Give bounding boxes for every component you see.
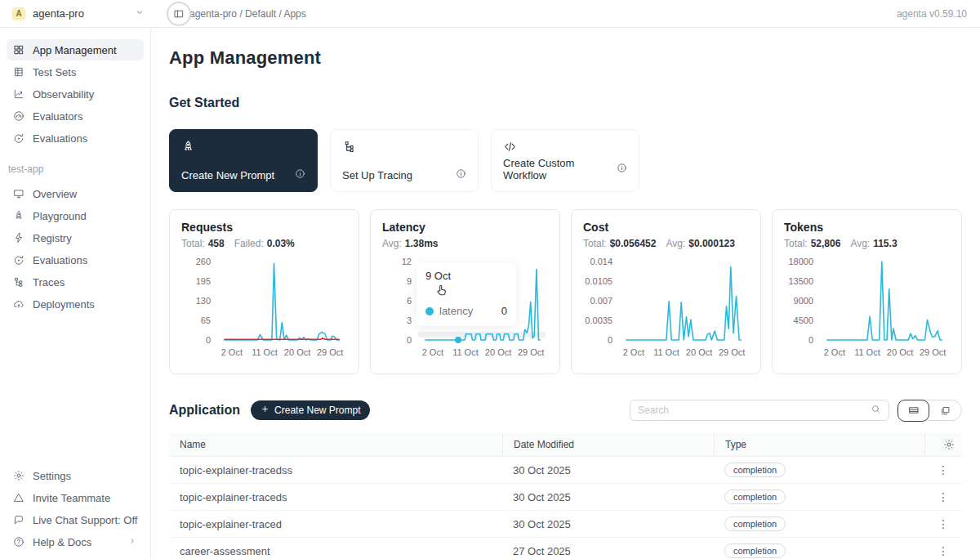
table-view-button[interactable] bbox=[898, 400, 929, 422]
chart-card-cost: CostTotal:$0.056452Avg:$0.00012300.00350… bbox=[571, 209, 761, 374]
chevron-right-icon bbox=[127, 536, 137, 546]
table-row[interactable]: topic-explainer-traced30 Oct 2025complet… bbox=[169, 511, 962, 538]
sidebar-spacer bbox=[7, 315, 144, 465]
sidebar-bottom-nav: SettingsInvite TeammateLive Chat Support… bbox=[7, 465, 144, 552]
chart-title: Tokens bbox=[784, 221, 950, 234]
column-header-type[interactable]: Type bbox=[714, 433, 924, 456]
lightning-icon bbox=[13, 232, 24, 244]
info-icon[interactable] bbox=[617, 163, 627, 176]
chart-stats: Total:52,806Avg:115.3 bbox=[784, 238, 950, 249]
sidebar-item-playground[interactable]: Playground bbox=[7, 205, 144, 226]
sidebar-item-traces[interactable]: Traces bbox=[7, 271, 144, 293]
table-row[interactable]: career-assessment27 Oct 2025completion⋮ bbox=[169, 538, 962, 559]
sidebar-item-registry[interactable]: Registry bbox=[7, 227, 144, 248]
sidebar-item-settings[interactable]: Settings bbox=[7, 465, 144, 486]
get-started-card-label: Set Up Tracing bbox=[342, 169, 412, 181]
test-sets-icon bbox=[13, 66, 24, 78]
chart-stats: Total:$0.056452Avg:$0.000123 bbox=[583, 238, 749, 249]
svg-text:9: 9 bbox=[407, 276, 412, 286]
sidebar-item-overview[interactable]: Overview bbox=[7, 183, 144, 204]
code-icon bbox=[503, 140, 517, 154]
get-started-card-create-new-prompt[interactable]: Create New Prompt bbox=[169, 129, 318, 192]
svg-text:4500: 4500 bbox=[794, 315, 813, 325]
row-menu-button[interactable]: ⋮ bbox=[924, 517, 962, 530]
sidebar-item-test-sets[interactable]: Test Sets bbox=[7, 61, 144, 83]
plus-icon bbox=[261, 405, 270, 416]
info-icon bbox=[295, 168, 305, 179]
table-settings-button[interactable] bbox=[924, 433, 962, 456]
sidebar-toggle-button[interactable] bbox=[170, 5, 188, 23]
sidebar-item-evaluators[interactable]: Evaluators bbox=[7, 105, 144, 127]
tracing-icon bbox=[342, 140, 356, 154]
sidebar-item-live-chat-support-off[interactable]: Live Chat Support: Off bbox=[7, 509, 144, 530]
chart-stat: Avg:115.3 bbox=[850, 238, 897, 249]
type-cell: completion bbox=[714, 490, 924, 504]
sidebar-item-label: Deployments bbox=[33, 298, 95, 311]
type-cell: completion bbox=[714, 517, 924, 531]
chart-card-requests: RequestsTotal:458Failed:0.03%06513019526… bbox=[169, 209, 359, 374]
column-header-name[interactable]: Name bbox=[169, 433, 502, 456]
cursor-hand-icon bbox=[434, 283, 449, 302]
sidebar-item-label: Invite Teammate bbox=[33, 492, 110, 504]
workspace-switcher[interactable]: A agenta-pro bbox=[12, 7, 145, 21]
create-new-prompt-button[interactable]: Create New Prompt bbox=[251, 400, 370, 420]
svg-text:260: 260 bbox=[196, 257, 211, 266]
svg-text:20 Oct: 20 Oct bbox=[485, 347, 511, 357]
svg-text:13500: 13500 bbox=[788, 276, 813, 286]
sidebar-item-evaluations[interactable]: Evaluations bbox=[7, 249, 144, 271]
search-box bbox=[630, 400, 889, 421]
sidebar-item-deployments[interactable]: Deployments bbox=[7, 293, 144, 315]
svg-text:20 Oct: 20 Oct bbox=[887, 347, 913, 357]
row-menu-button[interactable]: ⋮ bbox=[924, 490, 962, 503]
chevron-down-icon bbox=[134, 7, 145, 21]
sidebar-item-label: App Management bbox=[33, 44, 117, 56]
svg-text:11 Oct: 11 Oct bbox=[854, 347, 880, 357]
info-icon bbox=[456, 168, 466, 179]
get-started-card-create-custom-workflow[interactable]: Create Custom Workflow bbox=[491, 129, 639, 192]
series-dot bbox=[425, 307, 434, 315]
plus-icon bbox=[261, 405, 270, 414]
sidebar-item-observability[interactable]: Observability bbox=[7, 83, 144, 105]
sidebar-item-help-docs[interactable]: Help & Docs bbox=[7, 531, 144, 552]
sidebar-item-invite-teammate[interactable]: Invite Teammate bbox=[7, 487, 144, 508]
row-menu-button[interactable]: ⋮ bbox=[924, 463, 962, 476]
rocket-icon bbox=[181, 140, 195, 154]
svg-text:6: 6 bbox=[407, 296, 412, 306]
view-toggle bbox=[897, 400, 962, 421]
chart-stat: Failed:0.03% bbox=[234, 238, 295, 249]
sidebar-item-evaluations[interactable]: Evaluations bbox=[7, 127, 144, 149]
search-input[interactable] bbox=[638, 405, 871, 416]
type-badge: completion bbox=[724, 517, 786, 531]
sidebar-item-label: Evaluators bbox=[33, 110, 82, 123]
table-row[interactable]: topic-explainer-tracedss30 Oct 2025compl… bbox=[169, 457, 962, 484]
sidebar-item-label: Traces bbox=[33, 276, 65, 288]
chart-plot-requests: 0651301952602 Oct11 Oct20 Oct29 Oct bbox=[181, 255, 349, 360]
gear-icon bbox=[13, 470, 24, 481]
series-name: latency bbox=[439, 305, 473, 317]
get-started-card-set-up-tracing[interactable]: Set Up Tracing bbox=[330, 129, 479, 192]
sidebar-item-label: Settings bbox=[33, 470, 71, 482]
table-row[interactable]: topic-explainer-traceds30 Oct 2025comple… bbox=[169, 484, 962, 511]
svg-text:2 Oct: 2 Oct bbox=[422, 347, 443, 357]
sidebar-main-nav: App ManagementTest SetsObservabilityEval… bbox=[7, 39, 144, 149]
chart-plot-cost: 00.00350.0070.01050.0142 Oct11 Oct20 Oct… bbox=[583, 255, 751, 360]
chart-stat: Total:458 bbox=[181, 238, 225, 249]
page-title: App Management bbox=[169, 47, 962, 69]
main-content: App Management Get Started Create New Pr… bbox=[151, 28, 980, 559]
chart-stats: Avg:1.38ms bbox=[382, 238, 548, 249]
column-header-date-modified[interactable]: Date Modified bbox=[502, 433, 714, 456]
svg-text:29 Oct: 29 Oct bbox=[518, 347, 544, 357]
sidebar-item-app-management[interactable]: App Management bbox=[7, 39, 144, 60]
row-menu-button[interactable]: ⋮ bbox=[924, 544, 962, 557]
evaluations-icon bbox=[13, 254, 24, 266]
info-icon[interactable] bbox=[456, 168, 466, 181]
card-view-button[interactable] bbox=[929, 400, 961, 421]
get-started-heading: Get Started bbox=[169, 96, 962, 110]
app-name-cell: topic-explainer-tracedss bbox=[169, 464, 502, 476]
sidebar-item-label: Observability bbox=[33, 88, 94, 101]
svg-text:0.007: 0.007 bbox=[590, 296, 612, 306]
type-cell: completion bbox=[714, 543, 924, 558]
observability-icon bbox=[13, 88, 24, 100]
chart-title: Requests bbox=[181, 221, 347, 234]
info-icon[interactable] bbox=[295, 168, 305, 181]
